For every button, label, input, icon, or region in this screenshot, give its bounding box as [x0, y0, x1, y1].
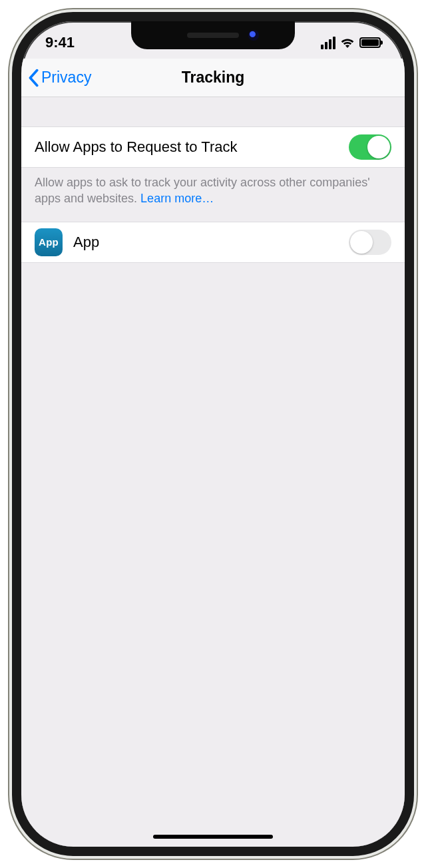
status-indicators: [321, 31, 381, 49]
cellular-icon: [321, 37, 335, 49]
app-name-label: App: [73, 234, 349, 251]
home-indicator[interactable]: [153, 835, 273, 839]
allow-tracking-toggle[interactable]: [349, 134, 391, 160]
learn-more-link[interactable]: Learn more…: [140, 192, 214, 205]
status-time: 9:41: [45, 29, 75, 51]
app-tracking-row: App App: [21, 222, 405, 263]
navigation-bar: Privacy Tracking: [21, 59, 405, 97]
notch: [131, 21, 295, 49]
chevron-left-icon: [28, 69, 39, 87]
back-button[interactable]: Privacy: [21, 69, 91, 87]
phone-frame: 9:41 Privacy Tracking Allow: [12, 12, 414, 856]
wifi-icon: [340, 37, 355, 48]
front-camera: [248, 30, 259, 41]
allow-tracking-row: Allow Apps to Request to Track: [21, 126, 405, 168]
tracking-description: Allow apps to ask to track your activity…: [21, 168, 405, 222]
app-tracking-toggle[interactable]: [349, 230, 391, 255]
back-label: Privacy: [41, 69, 91, 87]
allow-tracking-label: Allow Apps to Request to Track: [35, 138, 349, 156]
app-icon: App: [35, 228, 63, 256]
speaker-grille: [187, 33, 239, 38]
content-area: Allow Apps to Request to Track Allow app…: [21, 97, 405, 847]
battery-icon: [359, 37, 381, 48]
